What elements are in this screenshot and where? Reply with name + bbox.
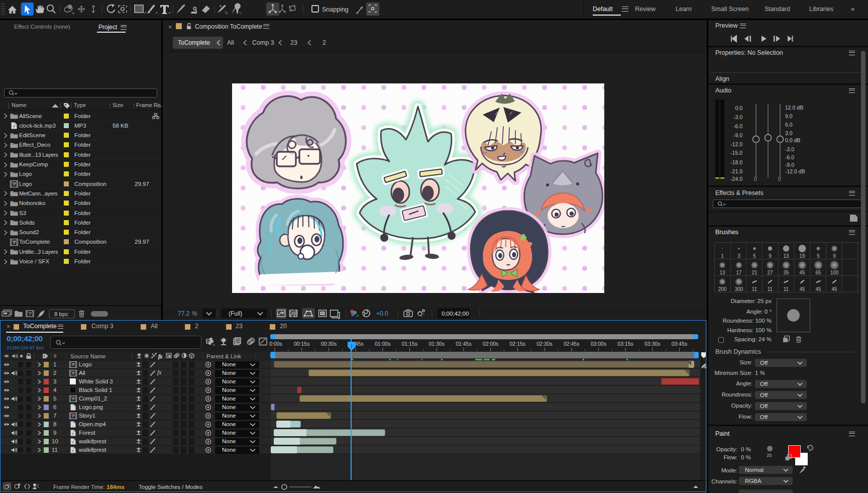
svg-text:11: 11 [784,286,789,292]
svg-text:17: 17 [736,270,742,275]
svg-text:11: 11 [768,286,773,292]
svg-text:9: 9 [833,253,836,259]
svg-text:+0.0: +0.0 [376,310,388,317]
svg-text:100: 100 [830,270,839,275]
svg-text:1: 1 [721,253,724,259]
svg-text:65: 65 [815,270,821,275]
svg-text:45: 45 [815,286,821,292]
svg-text:45: 45 [799,270,805,275]
svg-text:27: 27 [767,270,773,275]
svg-text:5: 5 [817,253,820,259]
svg-text:300: 300 [735,286,743,292]
svg-text:45: 45 [831,286,837,292]
svg-text:3: 3 [737,253,740,259]
svg-text:9: 9 [769,253,772,259]
svg-text:19: 19 [799,253,805,259]
svg-text:13: 13 [783,253,789,259]
svg-text:21: 21 [751,270,757,275]
svg-text:13: 13 [719,270,725,275]
svg-text:Snapping: Snapping [322,6,349,13]
svg-text:200: 200 [718,286,727,292]
svg-text:0;00;42;00: 0;00;42;00 [442,311,469,317]
svg-text:45: 45 [799,286,805,292]
svg-text:35: 35 [783,270,789,275]
svg-text:5: 5 [753,253,756,259]
svg-text:11: 11 [752,286,757,292]
svg-text:8 bpc: 8 bpc [54,311,68,317]
